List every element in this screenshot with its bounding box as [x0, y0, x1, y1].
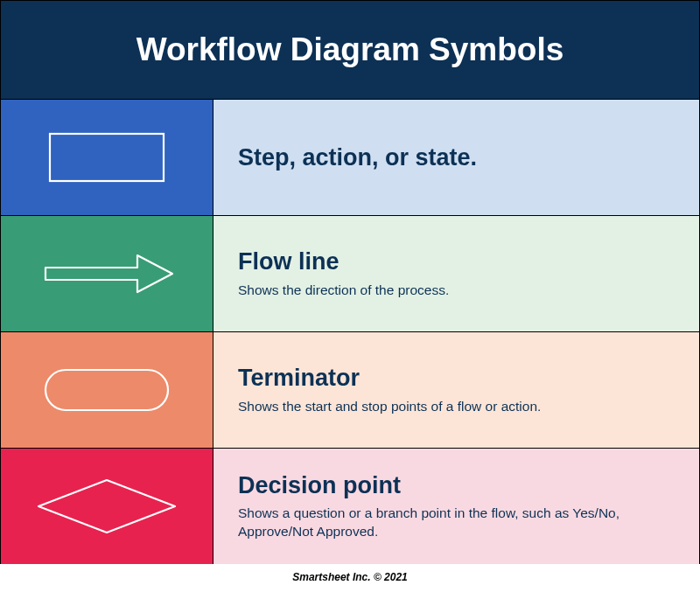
terminator-subtitle: Shows the start and stop points of a flo…: [238, 398, 675, 416]
diamond-icon: [28, 471, 186, 541]
svg-rect-1: [46, 370, 168, 410]
symbol-cell-arrow: [1, 216, 214, 331]
symbol-row-decision: Decision point Shows a question or a bra…: [0, 448, 700, 564]
symbol-cell-rectangle: [1, 100, 214, 215]
desc-cell-terminator: Terminator Shows the start and stop poin…: [214, 332, 699, 448]
symbol-row-terminator: Terminator Shows the start and stop poin…: [0, 331, 700, 448]
svg-rect-0: [50, 134, 164, 181]
rounded-rect-icon: [37, 359, 177, 421]
symbol-row-flowline: Flow line Shows the direction of the pro…: [0, 215, 700, 331]
arrow-icon: [32, 243, 181, 304]
symbol-cell-decision: [1, 449, 214, 564]
rectangle-icon: [41, 127, 172, 188]
desc-cell-step: Step, action, or state.: [214, 100, 699, 215]
flowline-title: Flow line: [238, 247, 675, 275]
symbol-cell-terminator: [1, 332, 214, 448]
footer-text: Smartsheet Inc. © 2021: [0, 564, 700, 590]
decision-subtitle: Shows a question or a branch point in th…: [238, 505, 675, 541]
desc-cell-decision: Decision point Shows a question or a bra…: [214, 449, 699, 564]
header-title: Workflow Diagram Symbols: [0, 0, 700, 99]
step-title: Step, action, or state.: [238, 143, 675, 171]
symbol-row-step: Step, action, or state.: [0, 99, 700, 215]
terminator-title: Terminator: [238, 364, 675, 392]
diagram-container: Workflow Diagram Symbols Step, action, o…: [0, 0, 700, 590]
desc-cell-flowline: Flow line Shows the direction of the pro…: [214, 216, 699, 331]
flowline-subtitle: Shows the direction of the process.: [238, 282, 675, 300]
decision-title: Decision point: [238, 471, 675, 499]
